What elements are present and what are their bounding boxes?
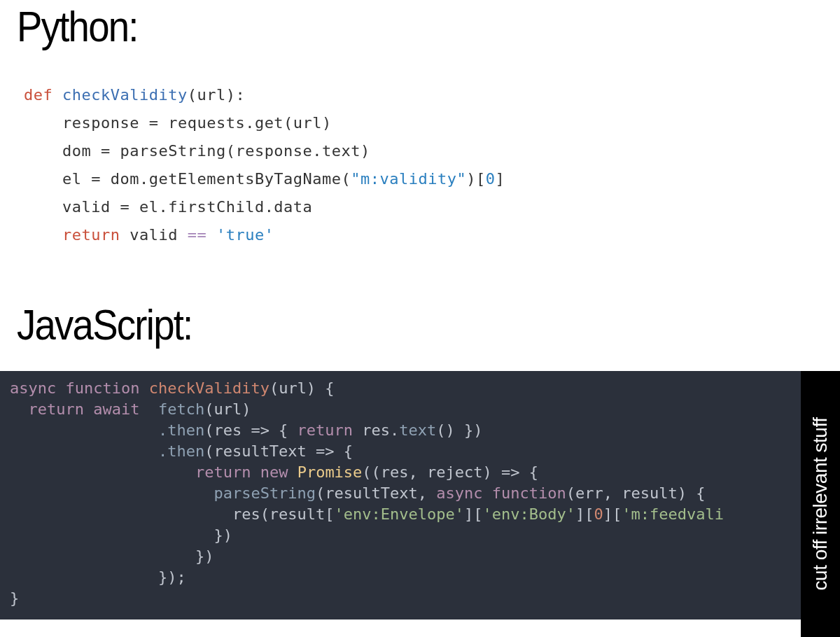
method-then: .then [158,421,204,439]
code-text: ][ [464,505,483,523]
code-line: el = dom.getElementsByTagName( [24,170,351,188]
code-text: (url) [204,400,251,418]
class-promise: Promise [298,463,363,481]
code-text: ][ [575,505,594,523]
javascript-heading: JavaScript: [17,300,192,349]
code-text: (res => { [204,421,297,439]
keyword-return: return [298,421,353,439]
code-text: ((res, reject) => { [362,463,538,481]
code-text: res(result[ [232,505,335,523]
method-text: text [399,421,436,439]
code-line: valid = el.firstChild.data [24,198,312,216]
javascript-code-block: async function checkValidity(url) { retu… [0,371,840,620]
function-name: checkValidity [62,86,188,104]
function-name: checkValidity [149,379,270,397]
number-literal: 0 [594,505,603,523]
code-text: (err, result) { [566,484,706,502]
string-literal: 'env:Body' [483,505,575,523]
keyword-await: await [93,400,139,418]
code-line: response = requests.get(url) [24,114,332,132]
string-literal: 'true' [216,226,274,244]
code-text [206,226,216,244]
code-text: } [10,589,19,607]
string-literal: 'm:feedvali [622,505,724,523]
code-text: (url) { [270,379,335,397]
string-literal: 'env:Envelope' [335,505,464,523]
code-text: }) [195,547,214,565]
method-parsestring: parseString [214,484,316,502]
keyword-def: def [24,86,52,104]
keyword-async: async [436,484,482,502]
keyword-async: async [10,379,56,397]
code-text: ][ [603,505,622,523]
code-text: (resultText, [316,484,436,502]
method-then: .then [158,442,204,460]
keyword-return: return [195,463,251,481]
string-literal: "m:validity" [351,170,466,188]
code-line: dom = parseString(response.text) [24,142,370,160]
keyword-function: function [492,484,566,502]
code-text: (resultText => { [204,442,353,460]
code-text: }) [214,526,232,544]
code-text: res. [353,421,399,439]
keyword-return: return [24,226,120,244]
keyword-new: new [260,463,288,481]
params: (url): [188,86,245,104]
code-text: ] [496,170,505,188]
python-code-block: def checkValidity(url): response = reque… [24,81,505,249]
code-text: () }) [436,421,482,439]
keyword-function: function [65,379,139,397]
side-annotation-text: cut off irrelevant stuff [809,418,832,591]
keyword-return: return [29,400,84,418]
code-text: )[ [466,170,486,188]
code-text: }); [158,568,186,586]
side-annotation: cut off irrelevant stuff [801,371,840,637]
python-heading: Python: [17,1,138,51]
method-fetch: fetch [158,400,204,418]
code-text: valid [120,226,187,244]
number-literal: 0 [486,170,496,188]
operator: == [188,226,207,244]
